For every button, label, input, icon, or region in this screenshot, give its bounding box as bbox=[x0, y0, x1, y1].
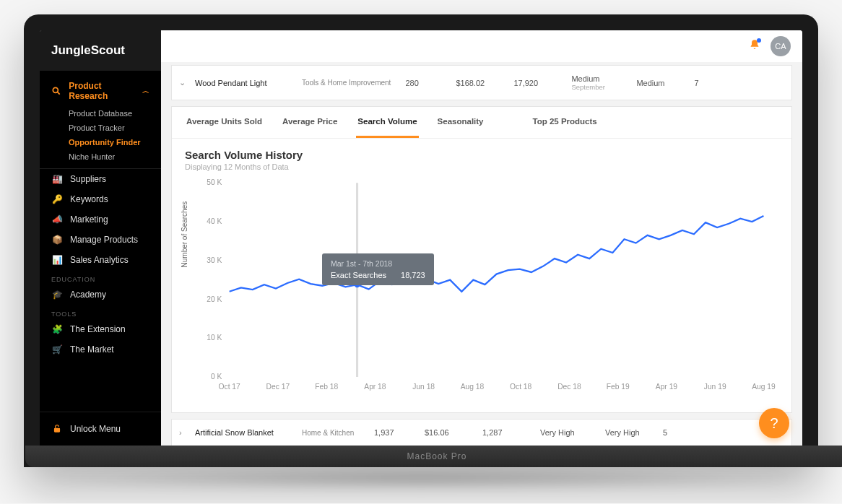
tab-search-volume[interactable]: Search Volume bbox=[356, 107, 418, 138]
sidebar-item-label: The Market bbox=[70, 344, 114, 355]
product-col4: Medium September bbox=[564, 66, 629, 100]
avatar[interactable]: CA bbox=[771, 36, 791, 56]
sidebar-item-keywords[interactable]: 🔑Keywords bbox=[40, 189, 161, 209]
product-category: Home & Kitchen bbox=[295, 420, 367, 446]
svg-text:30 K: 30 K bbox=[207, 256, 222, 264]
sidebar-item-label: Manage Products bbox=[70, 235, 138, 245]
section-header-tools: TOOLS bbox=[40, 305, 161, 319]
product-col3: 17,920 bbox=[506, 70, 564, 96]
product-row-top[interactable]: ⌄ Wood Pendant Light Tools & Home Improv… bbox=[171, 65, 792, 100]
svg-text:Oct 17: Oct 17 bbox=[219, 383, 241, 391]
svg-text:Feb 19: Feb 19 bbox=[607, 383, 630, 391]
product-col1: 1,937 bbox=[367, 420, 417, 446]
tab-top-25-products[interactable]: Top 25 Products bbox=[531, 107, 599, 138]
product-col5: Very High bbox=[598, 420, 656, 446]
topbar: CA bbox=[161, 30, 802, 62]
product-col6: 5 bbox=[656, 420, 685, 446]
sidebar-item-manage-products[interactable]: 📦Manage Products bbox=[40, 230, 161, 250]
product-row-bottom[interactable]: › Artificial Snow Blanket Home & Kitchen… bbox=[171, 419, 792, 446]
product-col3: 1,287 bbox=[475, 420, 533, 446]
svg-text:50 K: 50 K bbox=[207, 178, 222, 186]
product-col4: Very High bbox=[533, 420, 598, 446]
help-fab[interactable]: ? bbox=[759, 408, 789, 438]
sidebar-item-academy[interactable]: 🎓Academy bbox=[40, 284, 161, 305]
sidebar-item-label: Suppliers bbox=[70, 174, 106, 184]
sidebar-sub-opportunity-finder[interactable]: Opportunity Finder bbox=[40, 135, 161, 149]
svg-text:Jun 18: Jun 18 bbox=[412, 383, 435, 391]
svg-text:Dec 17: Dec 17 bbox=[266, 383, 290, 391]
svg-text:Apr 19: Apr 19 bbox=[656, 383, 678, 391]
svg-line-1 bbox=[58, 92, 60, 94]
sales-analytics-icon: 📊 bbox=[51, 255, 63, 265]
product-col2: $168.02 bbox=[448, 70, 506, 96]
svg-text:20 K: 20 K bbox=[207, 295, 222, 303]
chart-tooltip: Mar 1st - 7th 2018 Exact Searches 18,723 bbox=[322, 253, 434, 285]
laptop-label: MacBook Pro bbox=[25, 446, 842, 467]
the-market-icon: 🛒 bbox=[51, 344, 63, 355]
tooltip-value: 18,723 bbox=[401, 271, 425, 279]
nav-group-primary: Product Research ︿ Product DatabaseProdu… bbox=[40, 71, 161, 169]
tab-seasonality[interactable]: Seasonality bbox=[436, 107, 485, 138]
product-name: Artificial Snow Blanket bbox=[195, 428, 274, 437]
svg-text:Aug 19: Aug 19 bbox=[752, 383, 776, 391]
sidebar-item-label: Keywords bbox=[70, 194, 108, 204]
product-col1: 280 bbox=[398, 70, 448, 96]
svg-point-0 bbox=[53, 87, 58, 92]
tooltip-date: Mar 1st - 7th 2018 bbox=[331, 259, 425, 268]
tab-average-units-sold[interactable]: Average Units Sold bbox=[185, 107, 264, 138]
sidebar-item-label: Marketing bbox=[70, 214, 108, 225]
svg-rect-2 bbox=[54, 428, 60, 433]
chart-subtitle: Displaying 12 Months of Data bbox=[185, 162, 778, 171]
sidebar-sub-product-tracker[interactable]: Product Tracker bbox=[40, 121, 161, 135]
suppliers-icon: 🏭 bbox=[51, 174, 63, 184]
manage-products-icon: 📦 bbox=[51, 235, 63, 245]
svg-text:Apr 18: Apr 18 bbox=[364, 383, 386, 391]
keywords-icon: 🔑 bbox=[51, 194, 63, 204]
sidebar: JungleScout Product Research ︿ Product D… bbox=[40, 30, 161, 446]
svg-text:Dec 18: Dec 18 bbox=[557, 383, 581, 391]
section-header-education: EDUCATION bbox=[40, 270, 161, 284]
chevron-up-icon: ︿ bbox=[142, 86, 149, 96]
tab-average-price[interactable]: Average Price bbox=[281, 107, 339, 138]
brand: JungleScout bbox=[40, 30, 161, 71]
product-col5: Medium bbox=[629, 70, 687, 96]
svg-text:10 K: 10 K bbox=[207, 334, 222, 342]
svg-text:Aug 18: Aug 18 bbox=[461, 383, 485, 391]
lock-icon bbox=[51, 424, 63, 434]
main-content: CA ⌄ Wood Pendant Light Tools & Home Imp… bbox=[161, 30, 802, 446]
marketing-icon: 📣 bbox=[51, 214, 63, 225]
notification-bell-icon[interactable] bbox=[749, 39, 760, 53]
product-col2: $16.06 bbox=[417, 420, 475, 446]
chart-title: Search Volume History bbox=[185, 149, 778, 161]
sidebar-item-label: Academy bbox=[70, 290, 106, 300]
unlock-menu-button[interactable]: Unlock Menu bbox=[40, 412, 161, 446]
sidebar-item-sales-analytics[interactable]: 📊Sales Analytics bbox=[40, 250, 161, 270]
svg-text:40 K: 40 K bbox=[207, 217, 222, 225]
sidebar-sub-product-database[interactable]: Product Database bbox=[40, 106, 161, 121]
sidebar-item-the-extension[interactable]: 🧩The Extension bbox=[40, 319, 161, 339]
sidebar-item-product-research[interactable]: Product Research ︿ bbox=[40, 76, 161, 106]
unlock-label: Unlock Menu bbox=[70, 424, 121, 434]
chart-card: Average Units SoldAverage PriceSearch Vo… bbox=[171, 106, 792, 413]
sidebar-item-label: Sales Analytics bbox=[70, 255, 129, 265]
sidebar-item-marketing[interactable]: 📣Marketing bbox=[40, 209, 161, 230]
product-category: Tools & Home Improvement bbox=[295, 70, 398, 95]
help-icon: ? bbox=[770, 415, 778, 432]
chevron-down-icon[interactable]: ⌄ bbox=[179, 78, 189, 87]
sidebar-sub-niche-hunter[interactable]: Niche Hunter bbox=[40, 149, 161, 164]
svg-text:Oct 18: Oct 18 bbox=[510, 383, 532, 391]
y-axis-label: Number of Searches bbox=[181, 201, 188, 268]
sidebar-item-the-market[interactable]: 🛒The Market bbox=[40, 339, 161, 360]
sidebar-item-suppliers[interactable]: 🏭Suppliers bbox=[40, 169, 161, 189]
chevron-right-icon[interactable]: › bbox=[179, 428, 189, 437]
svg-text:0 K: 0 K bbox=[211, 373, 222, 381]
product-name: Wood Pendant Light bbox=[195, 79, 266, 87]
sidebar-item-label: The Extension bbox=[70, 324, 126, 334]
tooltip-label: Exact Searches bbox=[331, 271, 386, 279]
search-icon bbox=[51, 86, 61, 96]
tabs: Average Units SoldAverage PriceSearch Vo… bbox=[172, 107, 791, 139]
svg-text:Feb 18: Feb 18 bbox=[315, 383, 338, 391]
academy-icon: 🎓 bbox=[51, 290, 63, 300]
chart-area[interactable]: Number of Searches 0 K10 K20 K30 K40 K50… bbox=[185, 175, 778, 399]
svg-text:Jun 19: Jun 19 bbox=[704, 383, 726, 391]
